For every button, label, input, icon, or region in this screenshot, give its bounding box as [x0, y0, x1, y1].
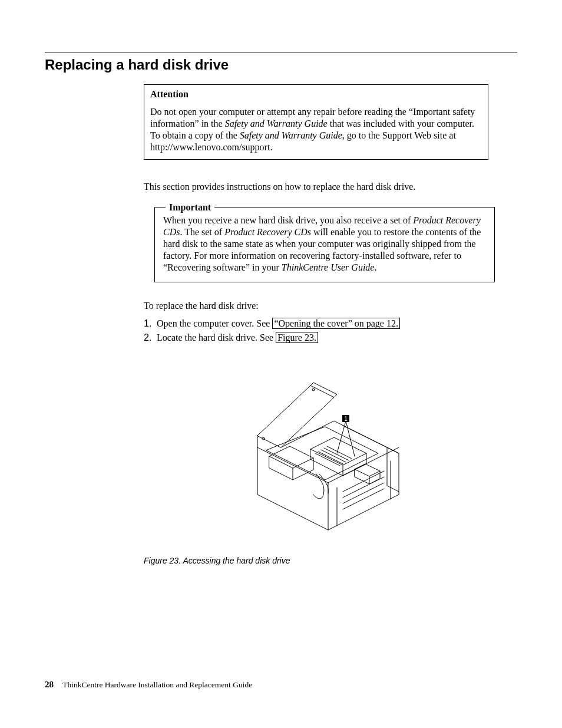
- attention-title: Attention: [150, 88, 482, 100]
- page-number: 28: [45, 680, 54, 689]
- list-item: 1. Open the computer cover. See “Opening…: [144, 318, 488, 330]
- important-legend: Important: [166, 202, 214, 213]
- attention-box: Attention Do not open your computer or a…: [144, 84, 488, 160]
- cross-reference-link[interactable]: Figure 23.: [276, 332, 318, 343]
- svg-line-10: [327, 446, 352, 459]
- list-number: 1.: [144, 318, 157, 330]
- list-text: Locate the hard disk drive. See Figure 2…: [157, 332, 318, 344]
- svg-line-9: [324, 448, 349, 460]
- important-body: When you receive a new hard disk drive, …: [163, 215, 486, 274]
- svg-line-6: [315, 453, 340, 466]
- ordered-list: 1. Open the computer cover. See “Opening…: [144, 318, 488, 344]
- svg-line-7: [318, 452, 343, 464]
- svg-line-11: [337, 421, 346, 453]
- intro-paragraph: This section provides instructions on ho…: [144, 181, 488, 193]
- list-intro: To replace the hard disk drive:: [144, 300, 488, 312]
- cross-reference-link[interactable]: “Opening the cover” on page 12.: [272, 318, 400, 329]
- footer-text: ThinkCentre Hardware Installation and Re…: [62, 680, 252, 689]
- figure: 1 Figure 23. Accessing the hard disk dri…: [144, 359, 488, 566]
- page-footer: 28 ThinkCentre Hardware Installation and…: [45, 679, 252, 690]
- attention-body: Do not open your computer or attempt any…: [150, 106, 482, 153]
- svg-point-1: [312, 388, 315, 391]
- svg-line-12: [346, 421, 355, 456]
- important-box: Important When you receive a new hard di…: [154, 207, 495, 282]
- callout-number: 1: [344, 416, 348, 422]
- section-heading: Replacing a hard disk drive: [45, 56, 517, 74]
- svg-line-4: [343, 483, 384, 503]
- content-column: Attention Do not open your computer or a…: [144, 84, 488, 566]
- svg-line-5: [343, 489, 384, 509]
- figure-caption: Figure 23. Accessing the hard disk drive: [144, 556, 488, 566]
- list-item: 2. Locate the hard disk drive. See Figur…: [144, 332, 488, 344]
- list-text: Open the computer cover. See “Opening th…: [157, 318, 400, 330]
- hard-disk-diagram: 1: [222, 359, 411, 548]
- list-number: 2.: [144, 332, 157, 344]
- horizontal-rule: [45, 52, 517, 52]
